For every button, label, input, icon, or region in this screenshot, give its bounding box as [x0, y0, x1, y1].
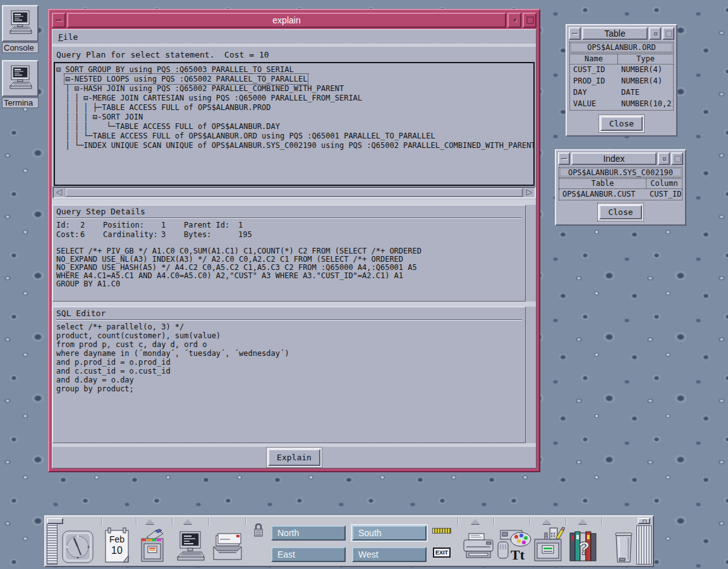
minimize-button[interactable]: [649, 27, 661, 40]
sql-editor-line[interactable]: from prod p, cust c, day d, ord o: [56, 340, 522, 349]
tree-node-label[interactable]: ⊟-MERGE JOIN CARTESIAN using PQS :Q65000…: [83, 94, 362, 102]
index-row[interactable]: OPS$ALANBUR.CUSTCUST_ID: [559, 189, 682, 200]
sql-editor-pane[interactable]: SQL Editor select /*+ parallel(o, 3) */p…: [52, 307, 526, 443]
terminal-icon[interactable]: [2, 60, 39, 97]
workspace-button[interactable]: West: [352, 547, 427, 562]
close-button[interactable]: Close: [599, 205, 641, 219]
maximize-button[interactable]: [523, 13, 537, 28]
clock-icon[interactable]: [61, 530, 94, 566]
workspace-button[interactable]: North: [271, 525, 346, 541]
index-window: Index OPS$ALANBUR.SYS_C002190 Table Colu…: [555, 149, 686, 226]
maximize-button[interactable]: [671, 152, 683, 165]
horizontal-scrollbar[interactable]: [52, 187, 536, 199]
host-terminal-icon[interactable]: [174, 530, 206, 566]
sql-editor-line[interactable]: and c.cust_id = o.cust_id: [56, 367, 522, 376]
tree-node-label[interactable]: ⊟-SORT JOIN: [93, 113, 143, 121]
table-row[interactable]: CUST_IDNUMBER(4): [570, 64, 673, 76]
desktop-icon[interactable]: Console: [2, 5, 41, 53]
tree-node-label[interactable]: ⊟-NESTED LOOPS using PQS :Q65002 PARALLE…: [65, 75, 307, 83]
tree-node-label[interactable]: ├─TABLE ACCESS FULL of OPS$ALANBUR.PROD: [93, 103, 271, 112]
help-subpanel-arrow[interactable]: [575, 518, 590, 525]
tree-row[interactable]: │ │ │ └─TABLE ACCESS FULL of OPS$ALANBUR…: [56, 122, 532, 132]
panel-divider: [136, 518, 137, 525]
calendar-icon[interactable]: Feb 10: [104, 527, 130, 565]
workspace-button[interactable]: East: [271, 547, 346, 562]
explain-button[interactable]: Explain: [268, 449, 320, 466]
minimize-button[interactable]: [507, 13, 521, 28]
sql-editor-line[interactable]: product, count(customer), sum(value): [56, 331, 522, 340]
applications-subpanel-arrow[interactable]: [539, 518, 554, 525]
desktop-icon-label[interactable]: Termina: [2, 97, 39, 108]
panel-left-handle[interactable]: [47, 518, 58, 565]
tree-row[interactable]: │ └─INDEX UNIQUE SCAN UNIQUE of OPS$ALAN…: [56, 141, 532, 150]
panel-right-handle[interactable]: [636, 525, 652, 565]
hosts-subpanel-arrow[interactable]: [180, 518, 195, 525]
tree-node-label[interactable]: └─INDEX UNIQUE SCAN UNIQUE of OPS$ALANBU…: [75, 141, 535, 150]
tree-node-label[interactable]: └─TABLE ACCESS FULL of OPS$ALANBUR.ORD u…: [83, 132, 435, 140]
tree-node-label[interactable]: ⊟ SORT GROUP BY using PQS :Q65003 PARALL…: [56, 65, 294, 74]
tree-row[interactable]: │ ⊟-HASH JOIN using PQS :Q65002 PARALLEL…: [56, 84, 532, 94]
window-menu-button[interactable]: [558, 152, 570, 165]
printers-subpanel-arrow[interactable]: [468, 518, 483, 525]
scroll-right-button[interactable]: [524, 188, 535, 197]
window-menu-button[interactable]: [52, 13, 66, 28]
sql-editor-line[interactable]: and d.day = o.day: [56, 376, 522, 384]
query-plan-tree[interactable]: ⊟ SORT GROUP BY using PQS :Q65003 PARALL…: [54, 62, 535, 186]
tree-node-label[interactable]: ⊟-HASH JOIN using PQS :Q65002 PARALLEL_C…: [75, 84, 344, 93]
sql-editor-line[interactable]: and p.prod_id = o.prod_id: [56, 358, 522, 367]
desktop-icon-list: Console Termina: [2, 5, 41, 108]
window-menu-dash-icon: [572, 33, 578, 35]
workspace-button[interactable]: South: [352, 525, 427, 541]
menu-file[interactable]: File: [58, 32, 78, 42]
trash-icon[interactable]: [610, 528, 636, 568]
sql-editor-line[interactable]: select /*+ parallel(o, 3) */: [56, 322, 522, 331]
close-button[interactable]: Close: [600, 116, 643, 131]
window-title[interactable]: Index: [571, 152, 657, 165]
scroll-left-button[interactable]: [54, 188, 64, 197]
panel-divider: [172, 518, 173, 525]
tree-row[interactable]: │ │ │ ⊟-SORT JOIN: [56, 113, 532, 122]
tree-node-label[interactable]: └─TABLE ACCESS FULL of OPS$ALANBUR.DAY: [106, 122, 280, 131]
style-manager-icon[interactable]: Tt: [495, 528, 533, 568]
panel-menu-button[interactable]: [638, 518, 650, 524]
pane-sash[interactable]: [52, 199, 536, 205]
window-menu-button[interactable]: [569, 27, 581, 40]
panel-minimize-button[interactable]: [47, 518, 63, 524]
exit-button[interactable]: EXIT: [433, 548, 451, 558]
mail-icon[interactable]: [211, 533, 244, 565]
pane-sash[interactable]: [52, 302, 536, 307]
terminal-icon[interactable]: [2, 5, 39, 42]
sql-editor-line[interactable]: group by product;: [56, 384, 522, 393]
application-manager-icon[interactable]: [532, 527, 565, 567]
tree-row[interactable]: │ │ │ ├─TABLE ACCESS FULL of OPS$ALANBUR…: [56, 103, 532, 113]
desktop-icon[interactable]: Termina: [2, 60, 41, 108]
file-manager-icon[interactable]: [138, 529, 168, 566]
sql-editor-text[interactable]: select /*+ parallel(o, 3) */product, cou…: [56, 322, 522, 393]
table-row[interactable]: PROD_IDNUMBER(4): [570, 76, 673, 87]
terminal-icon-art: [6, 64, 34, 92]
tree-connector: │: [56, 141, 75, 150]
index-column-headers: Table Column: [559, 178, 682, 189]
sql-editor-line[interactable]: where dayname in (´monday´, ´tuesday´, ´…: [56, 349, 522, 358]
tree-row[interactable]: │ │ ⊟-MERGE JOIN CARTESIAN using PQS :Q6…: [56, 94, 532, 103]
minimize-button[interactable]: [658, 152, 670, 165]
tree-row[interactable]: ⊟-NESTED LOOPS using PQS :Q65002 PARALLE…: [56, 75, 532, 84]
help-icon[interactable]: ?: [567, 529, 600, 566]
file-manager-icon-art: [138, 529, 168, 564]
printer-icon[interactable]: [461, 532, 495, 565]
scroll-right-icon: [526, 189, 533, 196]
window-title[interactable]: explain: [67, 13, 506, 28]
calendar-month: Feb: [104, 534, 130, 544]
table-row[interactable]: DAYDATE: [570, 87, 673, 99]
scrollbar-thumb[interactable]: [66, 188, 523, 197]
desktop-icon-label[interactable]: Console: [2, 42, 39, 53]
table-row[interactable]: VALUENUMBER(10,2): [570, 99, 673, 110]
tree-row[interactable]: │ │ └─TABLE ACCESS FULL of OPS$ALANBUR.O…: [56, 132, 532, 141]
index-titlebar: Index: [558, 152, 683, 165]
files-subpanel-arrow[interactable]: [142, 518, 157, 525]
tree-row[interactable]: ⊟ SORT GROUP BY using PQS :Q65003 PARALL…: [56, 65, 532, 75]
lock-icon[interactable]: [253, 523, 264, 540]
window-title[interactable]: Table: [582, 27, 648, 40]
minimize-icon: [663, 157, 666, 161]
maximize-button[interactable]: [662, 27, 674, 40]
